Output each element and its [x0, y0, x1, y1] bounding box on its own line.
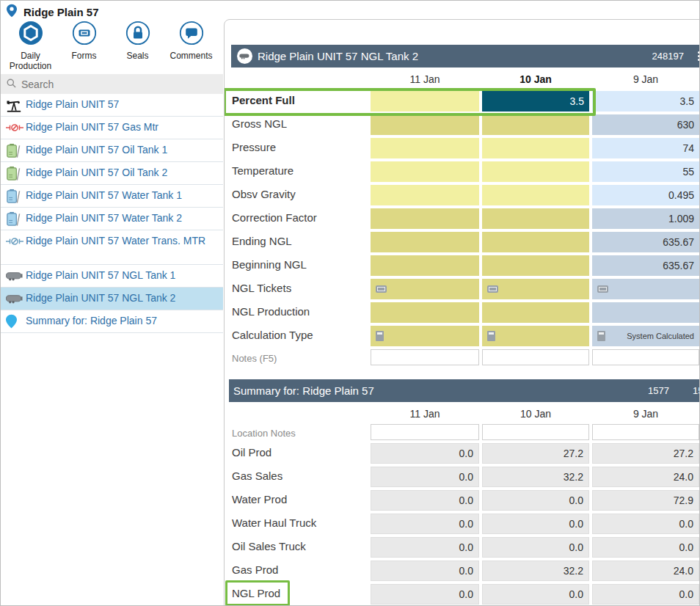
row-label: Beginning NGL: [232, 258, 307, 271]
sidebar-item-water-tank-1[interactable]: Ridge Plain UNIT 57 Water Tank 1: [1, 185, 223, 208]
cell-ngl-prod-11jan: 0.0: [371, 584, 479, 605]
location-notes-input-10jan[interactable]: [482, 424, 589, 440]
sidebar-item-ngl-tank-2[interactable]: Ridge Plain UNIT 57 NGL Tank 2: [1, 288, 223, 310]
sidebar-item-gas-mtr[interactable]: Ridge Plain UNIT 57 Gas Mtr: [1, 117, 223, 139]
notes-input-10jan[interactable]: [482, 349, 589, 365]
row-label: Gas Prod: [232, 563, 278, 576]
sidebar-item-label: Summary for: Ridge Plain 57: [26, 314, 157, 329]
cell-ngl-production-10jan[interactable]: [482, 302, 589, 323]
ticket-icon[interactable]: [487, 285, 498, 293]
pumpjack-icon: [6, 98, 26, 112]
ngl-tanker-icon: [6, 271, 26, 281]
cell-calculation-type-10jan[interactable]: [482, 326, 589, 346]
cell-pressure-10jan[interactable]: [482, 138, 589, 158]
cell-ending-ngl-11jan[interactable]: [371, 232, 479, 252]
page-title: Ridge Plain 57: [23, 6, 99, 18]
cell-water-prod-9jan: 72.9: [592, 490, 699, 511]
location-header: Ridge Plain 57: [7, 4, 99, 21]
search-bar[interactable]: [1, 74, 223, 94]
calculator-icon: [597, 331, 605, 341]
gas-meter-icon: [6, 123, 26, 132]
cell-ngl-tickets-11jan[interactable]: [371, 279, 479, 299]
notes-input-9jan[interactable]: [592, 349, 699, 365]
cell-water-haul-truck-10jan: 0.0: [482, 514, 589, 534]
notes-input-11jan[interactable]: [371, 349, 479, 365]
cell-ngl-production-9jan: [592, 302, 699, 323]
cell-gas-prod-11jan: 0.0: [371, 561, 479, 581]
cell-gross-ngl-10jan[interactable]: [482, 114, 589, 135]
cell-percent-full-10jan-focused[interactable]: 3.5: [482, 91, 589, 112]
detail-pane: Ridge Plain UNIT 57 NGL Tank 2 248197 11…: [224, 19, 700, 606]
cell-percent-full-9jan[interactable]: 3.5: [592, 91, 699, 112]
cell-temperature-9jan[interactable]: 55: [592, 161, 699, 182]
table-row-ngl-production: NGL Production: [225, 302, 700, 323]
ngl-tanker-icon: [237, 48, 252, 64]
tank-panel-header: Ridge Plain UNIT 57 NGL Tank 2 248197: [231, 45, 700, 67]
cell-oil-prod-9jan: 27.2: [592, 443, 699, 464]
calculator-icon[interactable]: [487, 331, 495, 341]
cell-beginning-ngl-10jan[interactable]: [482, 255, 589, 276]
sidebar-item-water-trans-mtr[interactable]: Ridge Plain UNIT 57 Water Trans. MTR: [1, 230, 223, 265]
sidebar-item-oil-tank-1[interactable]: Ridge Plain UNIT 57 Oil Tank 1: [1, 139, 223, 162]
table-row-oil-sales-truck: Oil Sales Truck 0.0 0.0 0.0: [225, 537, 700, 558]
cell-correction-factor-10jan[interactable]: [482, 208, 589, 229]
cell-obsv-gravity-11jan[interactable]: [371, 185, 479, 205]
location-notes-input-11jan[interactable]: [371, 424, 479, 440]
cell-gas-sales-9jan: 24.0: [592, 467, 699, 487]
daily-production-button[interactable]: Daily Production: [4, 21, 57, 72]
cell-water-prod-11jan: 0.0: [371, 490, 479, 511]
table-row-water-haul-truck: Water Haul Truck 0.0 0.0 0.0: [225, 514, 700, 534]
search-icon: [7, 78, 16, 91]
seals-button[interactable]: Seals: [111, 21, 164, 72]
cell-calculation-type-11jan[interactable]: [371, 326, 479, 346]
record-id-badge: 248197: [652, 51, 684, 62]
sidebar-item-water-tank-2[interactable]: Ridge Plain UNIT 57 Water Tank 2: [1, 208, 223, 230]
summary-column-header-10jan: 10 Jan: [482, 406, 589, 422]
app-window: Ridge Plain 57 Daily Production Forms Se…: [0, 0, 700, 606]
row-label: Temperature: [232, 164, 294, 177]
table-row-gas-prod: Gas Prod 0.0 32.2 24.0: [225, 561, 700, 581]
cell-ngl-production-11jan[interactable]: [371, 302, 479, 323]
cell-ngl-tickets-9jan: [592, 279, 699, 299]
ticket-icon[interactable]: [376, 285, 387, 293]
sidebar-item-oil-tank-2[interactable]: Ridge Plain UNIT 57 Oil Tank 2: [1, 162, 223, 185]
comment-icon: [179, 21, 204, 48]
cell-temperature-11jan[interactable]: [371, 161, 479, 182]
cell-gas-prod-9jan: 24.0: [592, 561, 699, 581]
cell-ngl-tickets-10jan[interactable]: [482, 279, 589, 299]
sidebar-item-summary[interactable]: Summary for: Ridge Plain 57: [1, 310, 223, 333]
forms-button[interactable]: Forms: [57, 21, 111, 72]
map-pin-icon: [6, 314, 26, 329]
calculator-icon[interactable]: [376, 331, 384, 341]
cell-temperature-10jan[interactable]: [482, 161, 589, 182]
cell-pressure-11jan[interactable]: [371, 138, 479, 158]
cell-obsv-gravity-9jan[interactable]: 0.495: [592, 185, 699, 205]
cell-beginning-ngl-9jan: 635.67: [592, 255, 699, 276]
row-label: Percent Full: [232, 94, 295, 106]
cell-ending-ngl-10jan[interactable]: [482, 232, 589, 252]
cell-oil-prod-11jan: 0.0: [371, 443, 479, 464]
cell-ngl-prod-10jan: 0.0: [482, 584, 589, 605]
sidebar-item-label: Ridge Plain UNIT 57 Water Tank 1: [26, 189, 182, 203]
cell-gross-ngl-11jan[interactable]: [371, 114, 479, 135]
cell-correction-factor-11jan[interactable]: [371, 208, 479, 229]
hexagon-icon: [18, 21, 43, 48]
cell-water-haul-truck-9jan: 0.0: [592, 514, 699, 534]
sidebar-item-label: Ridge Plain UNIT 57 Oil Tank 1: [26, 143, 167, 158]
sidebar-item-unit[interactable]: Ridge Plain UNIT 57: [1, 94, 223, 117]
row-label: Oil Prod: [232, 446, 271, 459]
sidebar-item-label: Ridge Plain UNIT 57 Water Tank 2: [26, 211, 182, 226]
cell-beginning-ngl-11jan[interactable]: [371, 255, 479, 276]
sidebar-item-ngl-tank-1[interactable]: Ridge Plain UNIT 57 NGL Tank 1: [1, 265, 223, 288]
sidebar-item-label: Ridge Plain UNIT 57 NGL Tank 1: [26, 269, 175, 283]
table-row-location-notes: Location Notes: [225, 424, 700, 445]
cell-percent-full-11jan[interactable]: [371, 91, 479, 112]
ticket-icon[interactable]: [597, 285, 608, 293]
row-label: Correction Factor: [232, 211, 317, 224]
cell-pressure-9jan[interactable]: 74: [592, 138, 699, 158]
comments-button[interactable]: Comments: [164, 21, 218, 72]
cell-obsv-gravity-10jan[interactable]: [482, 185, 589, 205]
location-notes-input-9jan[interactable]: [592, 424, 699, 440]
search-input[interactable]: [21, 79, 205, 90]
table-row-gross-ngl: Gross NGL 630: [225, 114, 700, 135]
